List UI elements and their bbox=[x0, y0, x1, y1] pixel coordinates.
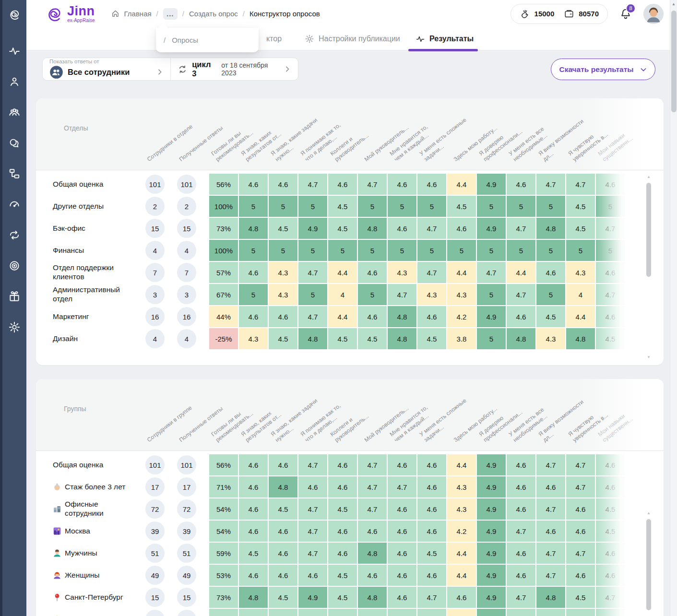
employees-count: 101 bbox=[145, 175, 165, 194]
wallet-icon bbox=[564, 9, 574, 19]
score-cell: 4.5 bbox=[447, 196, 476, 217]
score-cell: 4.6 bbox=[536, 262, 565, 283]
row-label: Маркетинг bbox=[53, 312, 139, 321]
score-cell: 4.7 bbox=[536, 609, 565, 616]
team-icon[interactable] bbox=[8, 106, 21, 118]
gear-icon[interactable] bbox=[8, 321, 21, 333]
score-cell: 4.5 bbox=[328, 328, 357, 349]
score-cell: 4.5 bbox=[328, 218, 357, 239]
chat-icon[interactable] bbox=[8, 137, 21, 149]
dropdown-item-surveys[interactable]: / Опросы bbox=[164, 36, 251, 44]
score-cell: 4.7 bbox=[388, 284, 416, 305]
score-cell: 4.5 bbox=[536, 306, 565, 327]
row-label: Общая оценка bbox=[53, 180, 139, 189]
org-chart-icon[interactable] bbox=[8, 167, 21, 180]
score-cell: 5 bbox=[358, 284, 387, 305]
tab-results[interactable]: Результаты bbox=[416, 27, 474, 50]
employees-count: 7 bbox=[145, 263, 165, 282]
scroll-up-arrow[interactable]: ▲ bbox=[670, 2, 677, 6]
score-cell: 73% bbox=[209, 218, 238, 239]
score-cell: 4.6 bbox=[298, 565, 327, 586]
sidebar bbox=[0, 0, 26, 616]
gauge-icon[interactable] bbox=[8, 198, 21, 211]
target-icon[interactable] bbox=[8, 260, 21, 272]
row-label: Другие отделы bbox=[53, 202, 139, 211]
balance-pill[interactable]: 15000 80570 bbox=[511, 4, 608, 24]
score-cell: 4.7 bbox=[596, 587, 625, 608]
page-scrollbar[interactable]: ▲ bbox=[670, 0, 677, 616]
pulse-icon[interactable] bbox=[8, 45, 21, 57]
score-cell: 4.6 bbox=[388, 587, 416, 608]
breadcrumb-current: Конструктор опросов bbox=[249, 10, 320, 18]
score-cell: 4.8 bbox=[239, 218, 268, 239]
score-cell: 4.7 bbox=[536, 543, 565, 564]
breadcrumb-create-survey[interactable]: Создать опрос bbox=[189, 10, 238, 18]
score-cell: 5 bbox=[477, 284, 506, 305]
score-cell: 4.7 bbox=[507, 218, 535, 239]
employees-count: 72 bbox=[145, 499, 165, 519]
score-cell: 4.6 bbox=[269, 454, 297, 475]
home-icon[interactable] bbox=[111, 10, 119, 18]
scroll-up-arrow[interactable]: ▲ bbox=[646, 511, 651, 515]
score-cell: 4.7 bbox=[536, 565, 565, 586]
score-cell: 4.9 bbox=[477, 587, 506, 608]
score-cell: 67% bbox=[209, 284, 238, 305]
score-cell: 4.6 bbox=[239, 306, 268, 327]
page-scrollbar-thumb[interactable] bbox=[671, 11, 677, 112]
table-row: Общая оценка10110156%4.64.64.74.64.74.64… bbox=[53, 173, 664, 195]
score-cell: 100% bbox=[209, 196, 238, 217]
score-cell: 4.6 bbox=[507, 476, 535, 498]
topbar: Jinn ex-AppRaise Главная / ... / Создать… bbox=[26, 0, 677, 27]
scroll-up-arrow[interactable]: ▲ bbox=[646, 175, 651, 179]
employees-count: 39 bbox=[145, 521, 165, 541]
avatar[interactable] bbox=[643, 4, 664, 24]
row-label: Бэк-офис bbox=[53, 224, 139, 233]
claps-counter: 15000 bbox=[520, 9, 555, 19]
row-label: Стаж более 3 лет bbox=[53, 483, 139, 492]
responses-count: 49 bbox=[177, 566, 196, 585]
responses-count: 2 bbox=[177, 197, 196, 216]
table-scrollbar[interactable] bbox=[646, 183, 651, 277]
score-cell: 4.6 bbox=[566, 565, 595, 586]
person-icon[interactable] bbox=[8, 75, 21, 88]
claps-value: 15000 bbox=[534, 10, 555, 18]
score-cell: 5 bbox=[536, 240, 565, 261]
score-cell: 5 bbox=[269, 196, 297, 217]
scroll-down-arrow[interactable]: ▼ bbox=[646, 355, 651, 359]
score-cell: 4.6 bbox=[358, 306, 387, 327]
score-cell: 4.6 bbox=[239, 476, 268, 498]
score-cell: 4 bbox=[328, 284, 357, 305]
office-emoji-icon bbox=[53, 505, 61, 513]
gift-icon[interactable] bbox=[8, 290, 21, 303]
audience-filter[interactable]: Показать ответы от Все сотрудники bbox=[43, 58, 171, 80]
spiral-icon[interactable] bbox=[8, 8, 21, 21]
download-results-button[interactable]: Скачать результаты bbox=[551, 59, 655, 80]
table-header-band: Отделы Сотрудники в отделеПолученные отв… bbox=[36, 98, 664, 170]
table-scrollbar[interactable] bbox=[646, 519, 651, 610]
score-cell: 5 bbox=[239, 240, 268, 261]
cycle-filter[interactable]: цикл 3 от 18 сентября 2023 bbox=[171, 58, 298, 80]
cycle-filter-value: цикл 3 bbox=[192, 60, 217, 78]
score-cell: 4.8 bbox=[358, 543, 387, 564]
tab-constructor[interactable]: ктор bbox=[266, 27, 282, 50]
score-cell: 4.3 bbox=[536, 328, 565, 349]
breadcrumb-home[interactable]: Главная bbox=[124, 10, 152, 18]
row-label: Мужчины bbox=[53, 549, 139, 558]
score-cell: 4.9 bbox=[477, 218, 506, 239]
breadcrumb-ellipsis-button[interactable]: ... bbox=[163, 8, 178, 20]
notifications-button[interactable]: 8 bbox=[619, 8, 632, 20]
moscow-emoji-icon bbox=[53, 527, 61, 535]
sync-icon[interactable] bbox=[8, 229, 21, 241]
score-cell: 4.6 bbox=[417, 565, 446, 586]
tab-results-label: Результаты bbox=[429, 35, 474, 43]
score-cell: 4.8 bbox=[536, 218, 565, 239]
score-cell: 4.4 bbox=[447, 262, 476, 283]
score-cell: 4.5 bbox=[269, 328, 297, 349]
score-cell: 4.4 bbox=[566, 306, 595, 327]
score-cell: 4.6 bbox=[596, 476, 625, 498]
tab-publication-settings[interactable]: Настройки публикации bbox=[305, 27, 400, 50]
score-cell: 4.6 bbox=[388, 498, 416, 520]
score-cell: 73% bbox=[209, 587, 238, 608]
score-cell: 71% bbox=[209, 476, 238, 498]
score-cell: 4.7 bbox=[536, 454, 565, 475]
